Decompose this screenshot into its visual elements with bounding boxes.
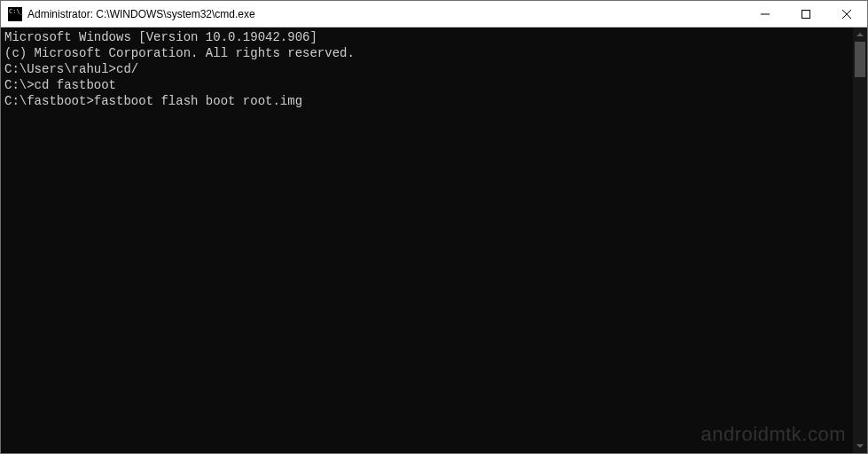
cmd-window: Administrator: C:\WINDOWS\system32\cmd.e… — [0, 0, 868, 454]
minimize-icon — [761, 10, 770, 19]
svg-rect-1 — [802, 10, 810, 18]
scroll-thumb[interactable] — [855, 42, 865, 77]
cmd-icon — [8, 7, 22, 21]
maximize-icon — [802, 10, 810, 19]
scroll-up-arrow-icon[interactable] — [853, 27, 867, 42]
terminal-line: C:\>cd fastboot — [4, 77, 849, 93]
scroll-down-arrow-icon[interactable] — [853, 439, 867, 453]
titlebar[interactable]: Administrator: C:\WINDOWS\system32\cmd.e… — [1, 1, 867, 27]
window-controls — [745, 1, 867, 27]
svg-marker-4 — [856, 33, 864, 36]
scroll-track[interactable] — [853, 42, 867, 439]
minimize-button[interactable] — [745, 1, 786, 27]
window-title: Administrator: C:\WINDOWS\system32\cmd.e… — [27, 8, 745, 20]
terminal-line: C:\fastboot>fastboot flash boot root.img — [4, 93, 849, 109]
close-button[interactable] — [826, 1, 867, 27]
maximize-button[interactable] — [786, 1, 826, 27]
scrollbar[interactable] — [853, 27, 867, 453]
svg-marker-5 — [856, 444, 864, 448]
terminal-content[interactable]: Microsoft Windows [Version 10.0.19042.90… — [1, 27, 853, 453]
terminal-line: Microsoft Windows [Version 10.0.19042.90… — [4, 29, 849, 45]
terminal-line: (c) Microsoft Corporation. All rights re… — [4, 45, 849, 61]
terminal-line: C:\Users\rahul>cd/ — [4, 61, 849, 77]
terminal-area: Microsoft Windows [Version 10.0.19042.90… — [1, 27, 867, 453]
close-icon — [842, 10, 851, 19]
